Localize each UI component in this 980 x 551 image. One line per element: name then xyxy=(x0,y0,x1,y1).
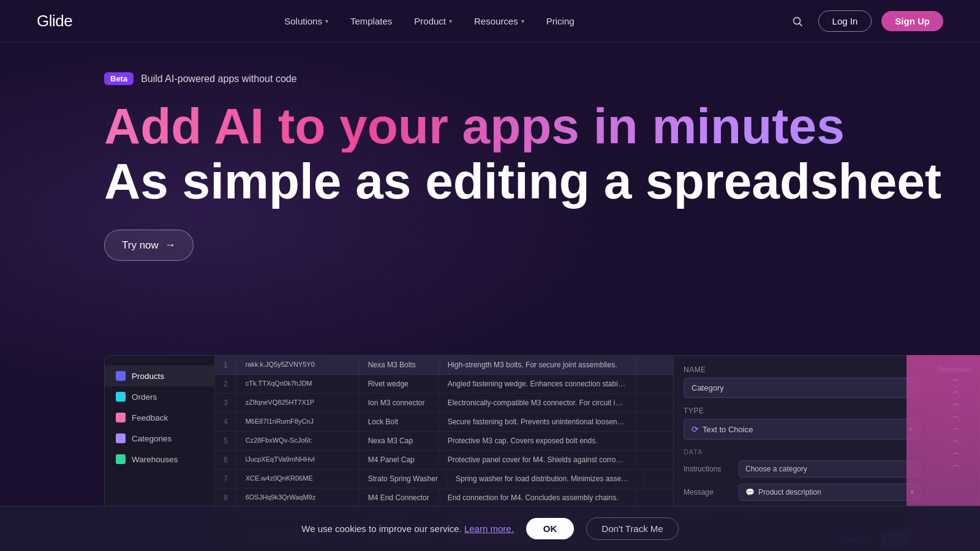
table-row[interactable]: 5 Cz28FbxWQv-ScJo6t: Nexa M3 Cap Protect… xyxy=(215,432,673,451)
nav-product[interactable]: Product ▾ xyxy=(414,16,452,26)
cookie-message: We use cookies to improve our service. L… xyxy=(301,523,514,534)
hero-title-line2: As simple as editing a spreadsheet xyxy=(104,155,980,208)
table-row[interactable]: 2 cTk.TTXqQn0k7hJDM Rivet wedge Angled f… xyxy=(215,375,673,394)
signup-button[interactable]: Sign Up xyxy=(881,11,943,31)
beta-label: Beta xyxy=(104,72,134,85)
nav-pricing[interactable]: Pricing xyxy=(546,16,575,26)
nav-solutions[interactable]: Solutions ▾ xyxy=(284,16,328,26)
sidebar-item-categories[interactable]: Categories xyxy=(105,428,214,449)
chevron-down-icon: ▾ xyxy=(521,18,524,24)
cookie-consent-banner: We use cookies to improve our service. L… xyxy=(0,506,980,551)
type-input[interactable]: ⟳ Text to Choice ▾ xyxy=(684,419,921,440)
svg-point-0 xyxy=(793,17,800,24)
table-row[interactable]: 7 XCE.w4z0QnKR06ME Strato Spring Washer … xyxy=(215,470,673,489)
sidebar-item-products[interactable]: Products xyxy=(105,365,214,386)
try-now-button[interactable]: Try now → xyxy=(104,230,194,261)
type-label: Type xyxy=(684,407,921,415)
login-button[interactable]: Log In xyxy=(818,10,872,32)
instructions-row: Instructions Choose a category ⋮ xyxy=(684,460,921,478)
table-row[interactable]: 4 M6E87I1nRumF8yCnJ Lock Bolt Secure fas… xyxy=(215,413,673,432)
instructions-value[interactable]: Choose a category ⋮ xyxy=(739,460,921,478)
sidebar-item-feedback[interactable]: Feedback xyxy=(105,407,214,428)
hero-subtitle: Build AI-powered apps without code xyxy=(141,73,296,84)
table-row[interactable]: 3 zZIfqneVQ825HT7X1P Ion M3 connector El… xyxy=(215,394,673,413)
sidebar-item-warehouses[interactable]: Warehouses xyxy=(105,449,214,470)
message-row: Message 💬 Product description ▾ xyxy=(684,484,921,501)
search-icon[interactable] xyxy=(786,10,809,32)
hero-section: Beta Build AI-powered apps without code … xyxy=(0,43,980,261)
beta-badge: Beta Build AI-powered apps without code xyxy=(104,72,297,85)
nav-resources[interactable]: Resources ▾ xyxy=(474,16,524,26)
feedback-icon xyxy=(116,413,126,422)
data-section-label: DATA xyxy=(684,448,921,455)
nav-menu: Solutions ▾ Templates Product ▾ Resource… xyxy=(284,16,574,26)
table-row[interactable]: 6 lJucpXEqTVa9mNHHvl M4 Panel Cap Protec… xyxy=(215,451,673,470)
sidebar-item-orders[interactable]: Orders xyxy=(105,386,214,407)
cookie-ok-button[interactable]: OK xyxy=(526,518,575,539)
warehouses-icon xyxy=(116,454,126,464)
type-field-row: Type ⟳ Text to Choice ▾ xyxy=(684,407,921,440)
brand-logo[interactable]: Glide xyxy=(37,12,72,31)
categories-icon xyxy=(116,433,126,443)
nav-templates[interactable]: Templates xyxy=(350,16,392,26)
hero-title-line1: Add AI to your apps in minutes xyxy=(104,100,980,152)
cookie-dont-track-button[interactable]: Don't Track Me xyxy=(586,517,678,540)
message-value[interactable]: 💬 Product description ▾ xyxy=(739,484,921,501)
arrow-right-icon: → xyxy=(165,239,176,252)
table-row[interactable]: 1 rakk.k.JQ5y5ZVNY5Y0 Nexa M3 Bolts High… xyxy=(215,356,673,375)
nav-actions: Log In Sign Up xyxy=(786,10,943,32)
products-icon xyxy=(116,371,126,381)
name-label: Name xyxy=(684,365,921,374)
name-input[interactable]: Category xyxy=(684,378,921,398)
chevron-down-icon: ▾ xyxy=(449,18,452,24)
cookie-learn-more-link[interactable]: Learn more. xyxy=(464,523,514,534)
table-row[interactable]: 8 6OSJHq9k3QrWaqM9z M4 End Connector End… xyxy=(215,489,673,508)
name-field-row: Name Category xyxy=(684,365,921,398)
chevron-down-icon: ▾ xyxy=(325,18,328,24)
orders-icon xyxy=(116,392,126,402)
